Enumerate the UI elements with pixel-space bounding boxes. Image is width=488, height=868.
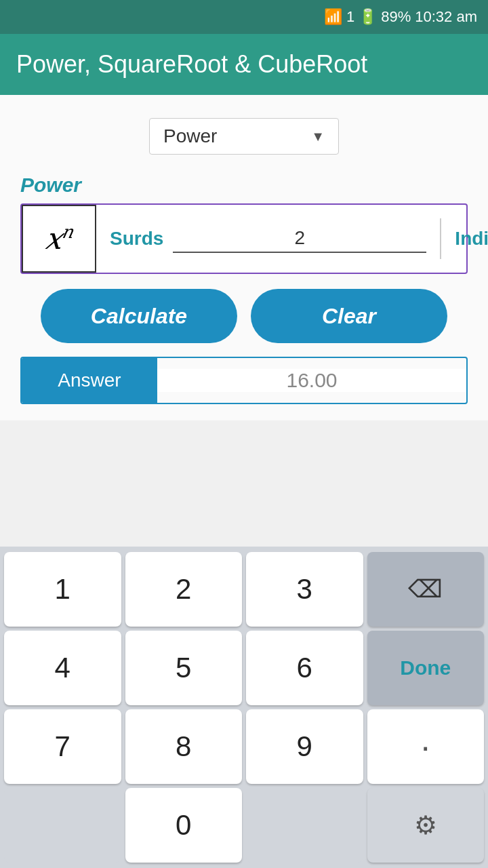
surds-label: Surds	[110, 228, 163, 250]
signal-icon: 📶	[324, 8, 342, 26]
key-7[interactable]: 7	[4, 709, 121, 784]
buttons-row: Calculate Clear	[20, 289, 468, 343]
key-0[interactable]: 0	[125, 788, 243, 863]
key-2[interactable]: 2	[125, 552, 243, 627]
settings-key[interactable]: ⚙	[367, 788, 485, 863]
key-4[interactable]: 4	[4, 631, 121, 705]
key-9[interactable]: 9	[246, 709, 363, 784]
numeric-keyboard: 1 2 3 ⌫ 4 5 6 Done 7 8 9 · 0 ⚙	[0, 547, 488, 868]
answer-row: Answer 16.00	[20, 357, 468, 404]
done-key[interactable]: Done	[367, 631, 485, 705]
answer-value: 16.00	[157, 369, 466, 392]
key-5[interactable]: 5	[125, 631, 243, 705]
key-3[interactable]: 3	[246, 552, 363, 627]
section-label: Power	[20, 174, 468, 197]
indices-group: Indices	[455, 224, 488, 253]
dropdown-selected: Power	[163, 125, 217, 147]
key-1[interactable]: 1	[4, 552, 121, 627]
sim-icon: 1	[346, 8, 354, 26]
status-time: 10:32 am	[415, 8, 477, 26]
status-bar: 📶 1 🔋 89% 10:32 am	[0, 0, 488, 34]
main-content: Power ▼ Power 𝑥𝑛 Surds Indices Calculate…	[0, 95, 488, 420]
keyboard-row-4: 0 ⚙	[4, 788, 484, 863]
indices-label: Indices	[455, 228, 488, 250]
power-icon: 𝑥𝑛	[45, 221, 73, 256]
key-empty-left	[4, 788, 121, 863]
chevron-down-icon: ▼	[311, 129, 325, 144]
key-empty-right	[246, 788, 363, 863]
input-row: 𝑥𝑛 Surds Indices	[20, 203, 468, 274]
gear-icon: ⚙	[414, 810, 437, 840]
keyboard-row-2: 4 5 6 Done	[4, 631, 484, 705]
keyboard-row-1: 1 2 3 ⌫	[4, 552, 484, 627]
math-icon-box: 𝑥𝑛	[22, 205, 96, 273]
app-header: Power, SquareRoot & CubeRoot	[0, 34, 488, 95]
dot-key[interactable]: ·	[367, 709, 485, 784]
backspace-key[interactable]: ⌫	[367, 552, 485, 627]
clear-button[interactable]: Clear	[251, 289, 447, 343]
dropdown-container: Power ▼	[20, 118, 468, 155]
surds-input[interactable]	[173, 224, 426, 253]
battery-percent: 89%	[381, 8, 411, 26]
surds-group: Surds	[110, 224, 426, 253]
keyboard-row-3: 7 8 9 ·	[4, 709, 484, 784]
answer-label: Answer	[22, 358, 157, 403]
fields-container: Surds Indices	[96, 205, 488, 273]
key-8[interactable]: 8	[125, 709, 243, 784]
calculate-button[interactable]: Calculate	[41, 289, 237, 343]
mode-dropdown[interactable]: Power ▼	[149, 118, 339, 155]
app-title: Power, SquareRoot & CubeRoot	[16, 50, 367, 79]
field-divider	[440, 218, 441, 259]
backspace-icon: ⌫	[408, 575, 443, 604]
key-6[interactable]: 6	[246, 631, 363, 705]
battery-icon: 🔋	[359, 8, 377, 26]
